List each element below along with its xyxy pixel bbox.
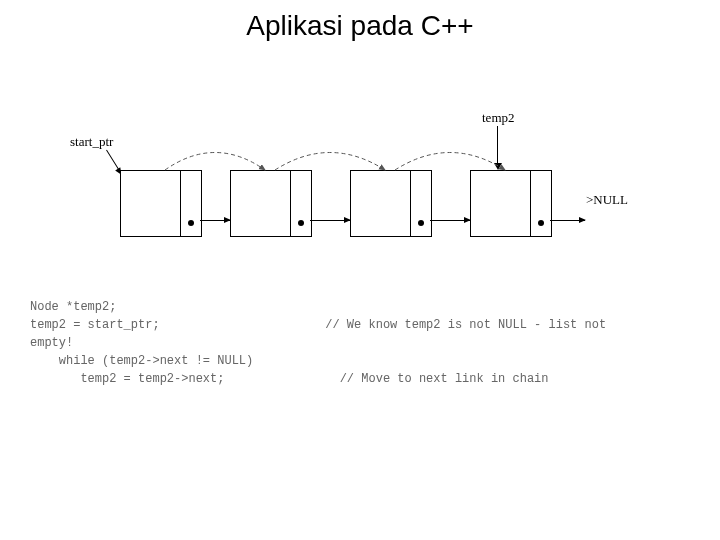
node-divider-icon xyxy=(410,171,411,236)
next-ptr-dot-icon xyxy=(298,220,304,226)
node-1 xyxy=(120,170,202,237)
node-3 xyxy=(350,170,432,237)
code-line: Node *temp2; xyxy=(30,300,116,314)
code-line: while (temp2->next != NULL) xyxy=(59,354,253,368)
temp2-arrow-line-icon xyxy=(497,126,498,164)
linked-list-diagram: start_ptr temp2 >NULL xyxy=(70,120,650,280)
code-line: temp2 = temp2->next; xyxy=(59,372,225,386)
next-ptr-dot-icon xyxy=(188,220,194,226)
code-block: Node *temp2; temp2 = start_ptr; // We kn… xyxy=(30,298,606,388)
node-2 xyxy=(230,170,312,237)
next-ptr-dot-icon xyxy=(418,220,424,226)
link-arrow-4null-icon xyxy=(550,220,585,221)
node-divider-icon xyxy=(180,171,181,236)
slide-title: Aplikasi pada C++ xyxy=(0,10,720,42)
link-arrow-34-icon xyxy=(430,220,470,221)
code-line: temp2 = start_ptr; xyxy=(30,318,160,332)
link-arrow-23-icon xyxy=(310,220,350,221)
next-ptr-dot-icon xyxy=(538,220,544,226)
node-divider-icon xyxy=(530,171,531,236)
code-comment: // Move to next link in chain xyxy=(340,372,549,386)
node-4 xyxy=(470,170,552,237)
null-label: >NULL xyxy=(586,192,628,208)
node-divider-icon xyxy=(290,171,291,236)
temp2-arrow-head-icon xyxy=(494,163,502,170)
temp2-label: temp2 xyxy=(482,110,515,126)
code-line: empty! xyxy=(30,336,73,350)
start-ptr-label: start_ptr xyxy=(70,134,113,150)
link-arrow-12-icon xyxy=(200,220,230,221)
code-comment: // We know temp2 is not NULL - list not xyxy=(325,318,606,332)
